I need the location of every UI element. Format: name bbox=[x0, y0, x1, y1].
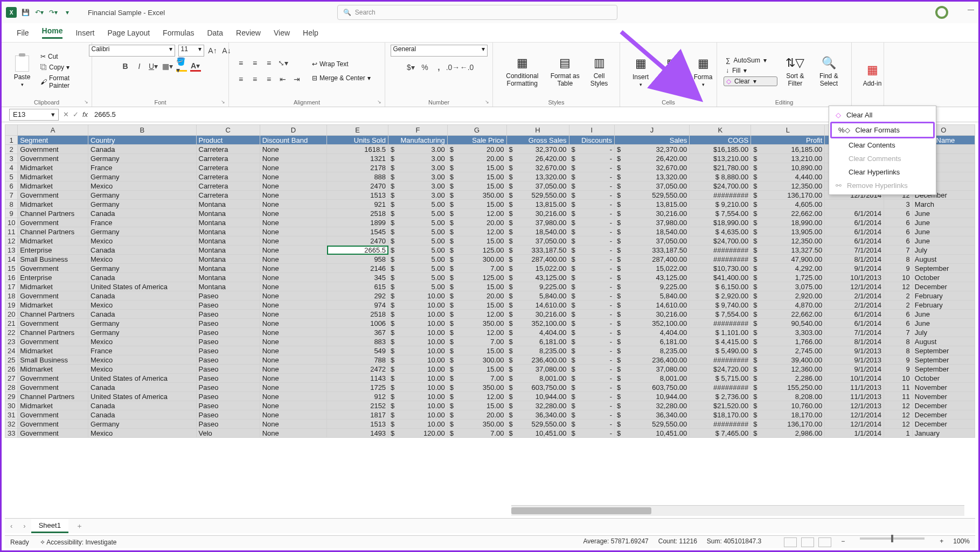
cell[interactable]: $18,540.00 bbox=[506, 227, 569, 236]
cell[interactable]: $2,745.00 bbox=[751, 346, 825, 355]
save-icon[interactable]: 💾 bbox=[20, 7, 31, 18]
cell[interactable]: $13,815.00 bbox=[506, 200, 569, 209]
cell[interactable]: $10.00 bbox=[388, 355, 448, 365]
cell[interactable]: $236,400.00 bbox=[506, 355, 569, 365]
cell[interactable]: 11 bbox=[884, 392, 913, 401]
cell[interactable]: $- bbox=[569, 346, 614, 355]
cell[interactable]: 2518 bbox=[327, 209, 388, 218]
delete-cells-button[interactable]: ▦Delete▾ bbox=[658, 54, 686, 88]
cell[interactable]: $- bbox=[569, 328, 614, 337]
cell[interactable]: 6/1/2014 bbox=[825, 218, 884, 227]
cell[interactable]: $15.00 bbox=[447, 365, 506, 374]
cell[interactable]: 6/1/2014 bbox=[825, 209, 884, 218]
cell[interactable]: July bbox=[912, 328, 975, 337]
cell[interactable]: Germany bbox=[88, 319, 196, 328]
cell[interactable]: 8/1/2014 bbox=[825, 255, 884, 264]
cell[interactable]: Germany bbox=[88, 154, 196, 163]
row-header-19[interactable]: 19 bbox=[5, 301, 18, 310]
cell[interactable]: $529,550.00 bbox=[506, 420, 569, 429]
cell[interactable]: $10.00 bbox=[388, 319, 448, 328]
cell[interactable]: 1143 bbox=[327, 374, 388, 383]
header-cell[interactable]: Discounts bbox=[569, 136, 614, 145]
row-header-23[interactable]: 23 bbox=[5, 337, 18, 346]
cell[interactable]: $10,944.00 bbox=[614, 392, 689, 401]
cell[interactable]: $529,550.00 bbox=[506, 191, 569, 200]
cell[interactable]: $24,720.00 bbox=[690, 365, 751, 374]
fill-color-button[interactable]: 🪣▾ bbox=[176, 61, 187, 72]
cell[interactable]: Enterprise bbox=[18, 273, 88, 282]
cell[interactable]: Montana bbox=[196, 264, 260, 273]
cell[interactable]: Canada bbox=[88, 383, 196, 392]
cell[interactable]: $- bbox=[569, 420, 614, 429]
col-header-K[interactable]: K bbox=[690, 125, 751, 136]
cell[interactable]: $24,700.00 bbox=[690, 236, 751, 246]
cell[interactable]: $7.00 bbox=[447, 264, 506, 273]
cell[interactable]: $ 1,101.00 bbox=[690, 328, 751, 337]
name-box[interactable]: E13▾ bbox=[9, 109, 59, 121]
cell[interactable]: $10,944.00 bbox=[506, 392, 569, 401]
sheet-nav-prev[interactable]: ‹ bbox=[5, 522, 18, 530]
cell[interactable]: None bbox=[260, 291, 327, 301]
cell[interactable]: $125.00 bbox=[447, 246, 506, 255]
cell[interactable]: $15.00 bbox=[447, 236, 506, 246]
cell[interactable]: $36,340.00 bbox=[506, 410, 569, 420]
cell[interactable]: $9,225.00 bbox=[614, 282, 689, 291]
cell[interactable]: Paseo bbox=[196, 401, 260, 410]
header-cell[interactable]: Country bbox=[88, 136, 196, 145]
cell[interactable]: Government bbox=[18, 337, 88, 346]
cell[interactable]: Government bbox=[18, 420, 88, 429]
cell[interactable]: $22,662.00 bbox=[751, 310, 825, 319]
tab-insert[interactable]: Insert bbox=[75, 29, 94, 37]
cell[interactable]: $287,400.00 bbox=[506, 255, 569, 264]
cell[interactable]: $13,210.00 bbox=[690, 154, 751, 163]
col-header-L[interactable]: L bbox=[751, 125, 825, 136]
cell[interactable]: $- bbox=[569, 337, 614, 346]
col-header-J[interactable]: J bbox=[614, 125, 689, 136]
font-color-button[interactable]: A▾ bbox=[190, 61, 201, 72]
cell[interactable]: Midmarket bbox=[18, 401, 88, 410]
cell[interactable]: $5.00 bbox=[388, 200, 448, 209]
cell[interactable]: Montana bbox=[196, 246, 260, 255]
cell[interactable]: Small Business bbox=[18, 255, 88, 264]
autosum-button[interactable]: ∑AutoSum ▾ bbox=[724, 56, 777, 65]
cell[interactable]: 2/1/2014 bbox=[825, 301, 884, 310]
number-format-select[interactable]: General▾ bbox=[391, 45, 488, 57]
cell[interactable]: $- bbox=[569, 392, 614, 401]
cell[interactable]: $32,280.00 bbox=[506, 401, 569, 410]
cell[interactable]: $15,022.00 bbox=[614, 264, 689, 273]
cell[interactable]: Government bbox=[18, 429, 88, 438]
cell[interactable]: $350.00 bbox=[447, 420, 506, 429]
cell[interactable]: $- bbox=[569, 246, 614, 255]
cell[interactable]: 549 bbox=[327, 346, 388, 355]
cell[interactable]: Paseo bbox=[196, 310, 260, 319]
dec-decimal-button[interactable]: ←.0 bbox=[462, 62, 472, 73]
cell[interactable]: $20.00 bbox=[447, 145, 506, 154]
cell[interactable]: $ 2,920.00 bbox=[690, 291, 751, 301]
cell[interactable]: None bbox=[260, 273, 327, 282]
col-header-C[interactable]: C bbox=[196, 125, 260, 136]
cell[interactable]: 883 bbox=[327, 337, 388, 346]
cell[interactable]: $12.00 bbox=[447, 209, 506, 218]
cell[interactable]: Government bbox=[18, 191, 88, 200]
col-header-B[interactable]: B bbox=[88, 125, 196, 136]
cell[interactable]: 6 bbox=[884, 319, 913, 328]
cell[interactable]: None bbox=[260, 429, 327, 438]
cell[interactable]: $15.00 bbox=[447, 181, 506, 191]
cell[interactable]: 8 bbox=[884, 346, 913, 355]
cell[interactable]: September bbox=[912, 346, 975, 355]
cell[interactable]: Canada bbox=[88, 310, 196, 319]
clear-formats-item[interactable]: %◇Clear Formats bbox=[830, 122, 935, 138]
cell[interactable]: Mexico bbox=[88, 255, 196, 264]
cell[interactable]: $- bbox=[569, 181, 614, 191]
cell[interactable]: Paseo bbox=[196, 383, 260, 392]
cell[interactable]: $16,185.00 bbox=[690, 145, 751, 154]
row-header-31[interactable]: 31 bbox=[5, 410, 18, 420]
cell[interactable]: None bbox=[260, 410, 327, 420]
cell[interactable]: None bbox=[260, 401, 327, 410]
comma-button[interactable]: , bbox=[434, 62, 444, 73]
cell[interactable]: 1725 bbox=[327, 383, 388, 392]
cell[interactable]: November bbox=[912, 383, 975, 392]
cell[interactable]: $20.00 bbox=[447, 291, 506, 301]
row-header-21[interactable]: 21 bbox=[5, 319, 18, 328]
cell[interactable]: $1,766.00 bbox=[751, 337, 825, 346]
